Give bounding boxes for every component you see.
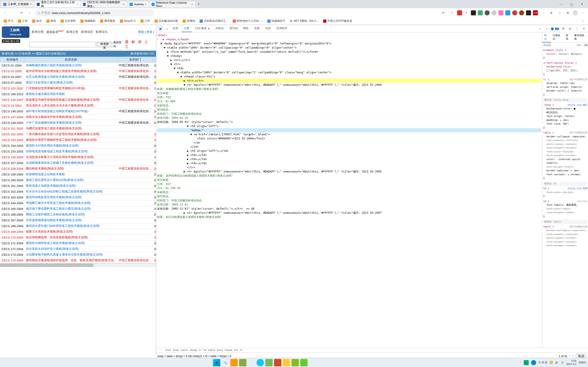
tray-chevron-icon[interactable]: ˄ [520,361,521,364]
search-next-icon[interactable]: ˅ [572,355,574,358]
ext-icon[interactable] [457,10,462,15]
ext-icon[interactable] [498,10,503,15]
bookmark-item[interactable]: 视频教程 [78,18,97,24]
ext-icon[interactable]: 1.00 [533,10,538,15]
taskbar-app[interactable] [230,359,238,366]
table-row[interactable]: CECS 120-2007套接紧定式钢导管电线管路施工及验收规程(附条文说明)中… [0,97,156,103]
table-row[interactable]: CECS 155-2003防静电瓷质地板地面工程技术规程(附条文说明)2004-… [0,149,156,154]
home-button[interactable]: ⌂ [27,10,33,16]
issues-badge[interactable]: ⬤ 8 [551,27,559,30]
bookmark-item[interactable]: ⊕ .NET 6教程, .Net C... [288,18,320,24]
site-logo[interactable]: 工标网csres.com [2,26,29,38]
dt-close-icon[interactable]: ✕ [581,26,587,31]
ime-indicator[interactable]: 中 英 拼 [538,361,547,364]
ext-icon[interactable]: ✎ [464,10,469,15]
dt-more-tabs-icon[interactable]: » [537,26,543,31]
tab-computed[interactable]: 计算样式 [551,32,564,42]
table-row[interactable]: CECS 167-2004拱形波纹钢屋盖结构技术规程(附条文说明)2005-0 [0,217,156,223]
dt-tab-memory[interactable]: 内存 [263,25,273,32]
table-row[interactable]: CECS 147-2004加筋水泥土桩锚支护技术规程(附条文说明)2004-0 [0,114,156,120]
bookmark-item[interactable]: 中国公共NTP服务器 [321,18,354,24]
tab-3[interactable]: Automa× [127,1,149,7]
nav-link[interactable]: 标准公告 [66,30,78,34]
nav-link[interactable]: 标准动态 [81,30,93,34]
close-button[interactable]: ✕ [577,1,587,8]
nav-link[interactable]: 最新标准New! [46,30,64,34]
bookmark-item[interactable]: 工具 [16,18,29,24]
help-link[interactable]: 帮助 [138,30,144,34]
table-row[interactable]: CECS 168-2004建筑排水柔性接口铸铁管管道工程技术规程(附条文说明)2… [0,223,156,229]
col-code[interactable]: 标准编号 [0,57,25,63]
url-box[interactable]: ⚠ 不安全 www.csres.com/sort/industry/002009… [35,9,154,16]
table-row[interactable]: CECS 172-2004排水系统水封保护设计规程(附条文说明)2005-0 [0,246,156,252]
bookmark-item[interactable]: 历史解决的问题 [153,18,180,24]
table-row[interactable]: CECS 170-2004低压母线槽选用、安装及验收规程(附条文说明)2005-… [0,235,156,240]
dt-tab-sources[interactable]: 源代码 [227,25,240,32]
horizontal-scrollbar[interactable] [0,263,156,267]
table-row[interactable]: CECS 102-2002门式刚架轻型房屋钢结构技术规程(2012年版)中国工程… [0,85,156,91]
table-row[interactable]: CECS 173-2004水泥聚苯模壳格构式混凝土墙体住宅技术规程(附条文说明)… [0,252,156,258]
col-impl[interactable]: 实施 [153,57,156,63]
gear-icon[interactable]: ⚙ [561,26,566,31]
table-row[interactable]: CECS 166-2004陶瓷工业窑炉砌筑工及验收规程(附条文说明)2004-1 [0,212,156,217]
nav-link[interactable]: 标准论坛 [96,30,108,34]
bookmark-item[interactable]: 历史资料 [59,18,78,24]
bookmarks-overflow-icon[interactable]: › [580,18,586,24]
dt-tab-network[interactable]: 网络 [241,25,251,32]
close-icon[interactable]: × [77,3,78,6]
minimize-button[interactable]: — [556,1,566,8]
search-input[interactable] [29,42,96,47]
maximize-button[interactable]: ▢ [566,1,577,8]
table-row[interactable]: CECS 165-2004城市地下通信塑料管道工程设计规范(附条文说明)2004… [0,206,156,212]
taskbar-app[interactable] [292,359,299,366]
ext-icon[interactable] [492,10,497,15]
extensions-menu-icon[interactable]: ⋮ [540,10,546,16]
dt-tab-elements[interactable]: 元素 [182,25,191,32]
table-row[interactable]: CECS 152-2003一体式膜生物反应器污水处理应用技术规程(附条文说明)2… [0,131,156,137]
table-row[interactable]: CECS 146-2003碳纤维片材加固混凝土结构技术规程(2007年版)中国工… [0,108,156,114]
table-row[interactable]: CECS 151-2003沟槽式连接管道工程技术规程(附条文说明) [0,126,156,131]
dom-breadcrumbs[interactable]: ··· html body table tbody tr td table.he… [156,348,588,352]
refresh-button[interactable]: ⟳ [18,10,25,16]
table-row[interactable]: CECS 159-2004矩形钢管混凝土结构技术规程2004-1 [0,172,156,177]
table-row[interactable]: CECS 162-2004给水排水仪表自动化控制工程施工及验收规程(附条文说明)… [0,189,156,194]
table-row[interactable]: CECS 148-2003户外广告设施钢结构技术规程(附条文说明)中国工程建设标… [0,120,156,126]
table-row[interactable]: CECS 160-2004建筑工程抗震性设计通则(试用)(附条文说明)2004-… [0,177,156,183]
dock-icon[interactable]: ⊟ [567,26,573,31]
table-row[interactable]: CECS 07-2004医院污水处理设计规范(附条文说明)2004-0 [0,80,156,85]
ext-icon[interactable] [478,10,483,15]
dt-tab-welcome[interactable]: 欢迎 [170,25,181,32]
tab-4[interactable]: Reference Data | Automa Docs× [149,1,195,7]
performance-icon[interactable]: ⊕ [548,10,554,16]
ext-icon[interactable] [485,10,490,15]
dt-add-tab-icon[interactable]: + [544,26,549,31]
back-button[interactable]: ← [2,10,8,16]
search-button[interactable]: 标准搜索 [97,42,112,47]
bookmark-item[interactable]: 钱包 [44,18,58,24]
bookmark-item[interactable]: temp学习 [118,18,138,24]
tab-styles[interactable]: 样式 [542,32,551,42]
close-icon[interactable]: × [30,3,32,6]
bookmark-item[interactable]: 待继续 [181,18,197,24]
devtools-search-input[interactable] [157,355,557,358]
tab-events[interactable]: 事件侦听器 [572,32,588,42]
table-row[interactable]: CECS 156-2004合成型泡沫喷雾灭火系统应用技术规程(附条文说明)200… [0,154,156,160]
new-tab-button[interactable]: + [196,1,201,7]
bookmark-item[interactable]: 快捷键技巧 [266,18,287,24]
login-link[interactable]: 登录 [147,30,153,34]
taskbar-app[interactable] [239,359,246,366]
ext-icon[interactable] [471,10,476,15]
inspect-icon[interactable]: ▣ [157,26,163,31]
tab-0[interactable]: 工标网_百度搜索× [1,1,34,7]
nav-link[interactable]: 标准分类 [32,30,44,34]
styles-list[interactable]: element.style {cursor: cursor: default;}… [542,48,588,348]
table-row[interactable]: CECS 161-2004喷射混凝土加固技术规程(附条文说明)2004-1 [0,183,156,189]
table-row[interactable]: CECS 154-2003建筑防火封堵应用技术规程(附条文说明)2004-0 [0,143,156,149]
dt-tab-application[interactable]: 应用程序 [274,25,290,32]
dom-tree[interactable]: <html> ▸ ▶ <head>…</head> ▼ <body bgcolo… [156,32,542,348]
bookmark-item[interactable]: 工作 [138,18,152,24]
explorer-icon[interactable] [283,359,290,366]
collections-icon[interactable]: ⊞ [565,10,571,16]
table-row[interactable]: CECS 171-2004建筑给水铜管管道工程技术规程(附条文说明)2005-0 [0,240,156,246]
ext-icon[interactable] [519,10,524,15]
